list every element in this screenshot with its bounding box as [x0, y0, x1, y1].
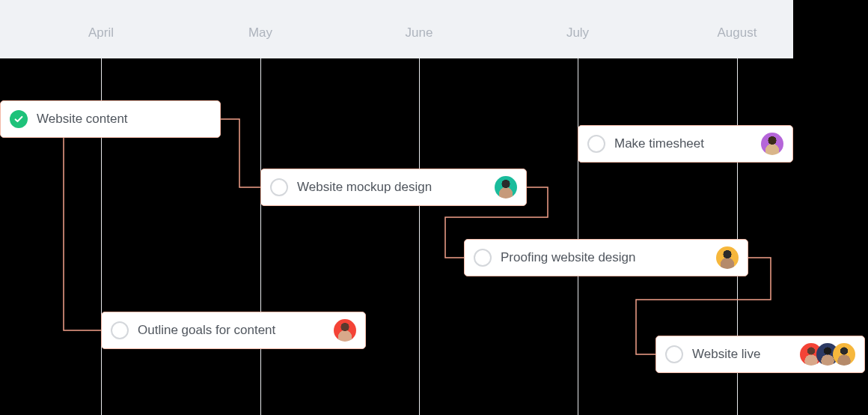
connector-path [221, 119, 260, 187]
task-label: Proofing website design [501, 250, 707, 265]
task-website-live[interactable]: Website live [655, 336, 865, 373]
task-label: Website live [692, 347, 791, 362]
gridline [419, 58, 420, 415]
avatar-group [189, 108, 211, 130]
task-label: Website mockup design [297, 180, 486, 195]
status-done-icon [10, 110, 28, 128]
timeline-header [0, 0, 793, 58]
gridline [260, 58, 261, 415]
status-open-icon [474, 249, 492, 267]
avatar [189, 108, 211, 130]
status-open-icon [270, 178, 288, 196]
month-label-may: May [248, 25, 272, 40]
avatar [833, 343, 855, 366]
task-label: Outline goals for content [138, 323, 325, 338]
avatar [761, 133, 783, 155]
avatar-group [495, 176, 517, 199]
task-label: Website content [37, 112, 180, 127]
month-label-july: July [566, 25, 589, 40]
avatar [495, 176, 517, 199]
avatar-group [761, 133, 783, 155]
status-open-icon [665, 345, 683, 363]
task-proofing-website-design[interactable]: Proofing website design [464, 239, 748, 276]
month-label-august: August [718, 25, 757, 40]
avatar-group [800, 343, 855, 366]
task-outline-goals-for-content[interactable]: Outline goals for content [101, 312, 366, 349]
task-website-content[interactable]: Website content [0, 100, 221, 138]
connector-path [64, 138, 101, 330]
status-open-icon [111, 321, 129, 339]
task-make-timesheet[interactable]: Make timesheet [578, 125, 793, 163]
avatar [334, 319, 356, 342]
task-website-mockup-design[interactable]: Website mockup design [260, 169, 527, 206]
task-label: Make timesheet [614, 136, 752, 151]
status-open-icon [587, 135, 605, 153]
month-label-april: April [88, 25, 114, 40]
month-label-june: June [406, 25, 433, 40]
avatar-group [334, 319, 356, 342]
avatar [716, 246, 739, 269]
avatar-group [716, 246, 739, 269]
gridline [578, 58, 578, 415]
